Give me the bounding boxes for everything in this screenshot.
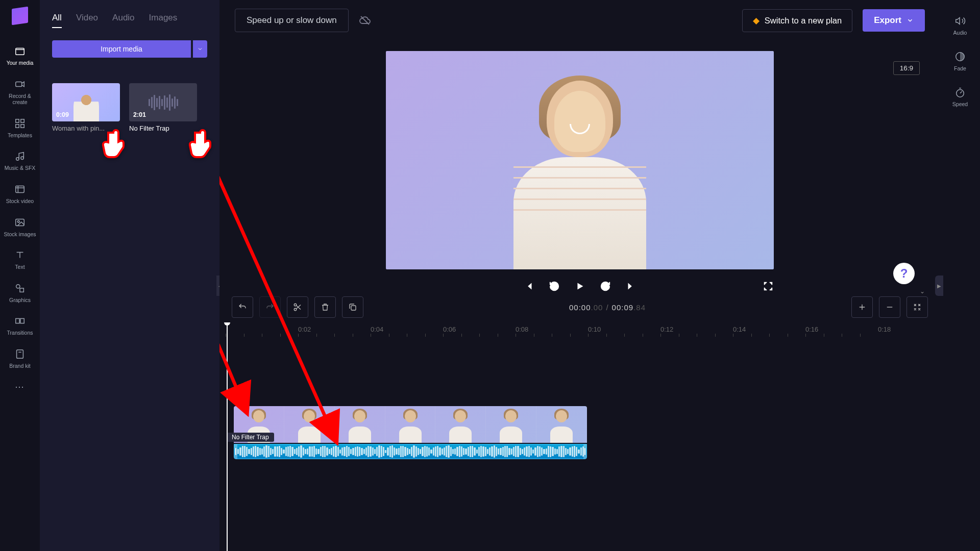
collapse-right-panel-button[interactable]: ▶ [935,276,943,296]
forward-icon[interactable] [600,281,611,292]
switch-plan-label: Switch to a new plan [765,16,842,26]
timeline[interactable]: 0:020:040:060:080:100:120:140:160:18 No … [219,322,940,551]
fullscreen-icon[interactable] [763,281,774,292]
skip-start-icon[interactable] [523,281,534,292]
audio-clip-label: No Filter Trap [227,433,274,442]
app-logo [12,7,28,25]
audio-track-clip[interactable] [234,444,587,459]
nav-templates[interactable]: Templates [0,112,40,145]
zoom-in-button[interactable] [851,296,873,318]
nav-brand-kit[interactable]: Brand kit [0,342,40,375]
playback-controls [386,281,774,292]
video-preview[interactable] [386,51,774,269]
svg-rect-3 [21,119,24,122]
timecode-display: 00:00.00/00:09.84 [370,303,845,312]
svg-rect-18 [351,306,356,310]
video-frame-thumb [335,406,385,443]
skip-end-icon[interactable] [625,281,636,292]
nav-stock-video[interactable]: Stock video [0,178,40,211]
rewind-icon[interactable] [549,281,560,292]
left-sidebar: Your media Record & create Templates Mus… [0,0,40,551]
zoom-out-button[interactable] [879,296,900,318]
export-button[interactable]: Export [863,9,925,32]
media-panel: All Video Audio Images Import media 0:09… [40,0,219,551]
topbar: Speed up or slow down ◆ Switch to a new … [219,0,940,41]
nav-record-create[interactable]: Record & create [0,72,40,112]
rightnav-audio[interactable]: Audio [953,15,967,36]
nav-more[interactable]: ⋯ [0,375,40,399]
fit-button[interactable] [906,296,928,318]
switch-plan-button[interactable]: ◆ Switch to a new plan [742,9,852,32]
tab-video[interactable]: Video [76,13,98,28]
duration-badge: 0:09 [56,111,69,118]
preview-area: 16:9 ? [219,41,940,292]
export-label: Export [874,15,901,26]
ruler-mark: 0:06 [443,325,456,333]
split-button[interactable] [287,296,308,318]
undo-button[interactable] [232,296,253,318]
chevron-down-icon [906,17,914,24]
svg-point-10 [17,220,19,222]
svg-rect-9 [16,219,24,226]
svg-point-16 [294,304,297,306]
svg-rect-1 [16,82,22,86]
media-clip-title: No Filter Trap [129,124,197,132]
nav-transitions[interactable]: Transitions [0,309,40,342]
video-frame-thumb [435,406,486,443]
media-clip-title: Woman with pin... [52,124,120,132]
media-clip-audio[interactable]: 2:01 No Filter Trap [129,83,197,132]
help-button[interactable]: ? [893,263,915,284]
video-thumbnail: 0:09 [52,83,120,121]
svg-rect-5 [21,124,24,128]
nav-stock-images[interactable]: Stock images [0,211,40,244]
svg-rect-14 [20,319,24,323]
playhead[interactable] [227,322,228,551]
svg-point-17 [294,308,297,311]
tab-images[interactable]: Images [149,13,178,28]
ruler-mark: 0:02 [298,325,311,333]
rightnav-speed[interactable]: Speed [952,87,968,107]
nav-text[interactable]: Text [0,243,40,277]
video-track-clip[interactable] [234,406,587,443]
svg-rect-0 [16,48,24,55]
video-frame-thumb [486,406,536,443]
right-sidebar: Audio Fade Speed ▶ [940,0,980,551]
rightnav-fade[interactable]: Fade [954,51,966,71]
import-media-dropdown[interactable] [193,40,207,58]
nav-your-media[interactable]: Your media [0,39,40,72]
timeline-toolbar: ⌄ 00:00.00/00:09.84 [219,292,940,322]
ruler-mark: 0:04 [371,325,383,333]
nav-graphics[interactable]: Graphics [0,277,40,310]
svg-point-6 [16,158,19,161]
video-frame-thumb [536,406,587,443]
aspect-ratio-button[interactable]: 16:9 [893,61,920,75]
svg-rect-15 [17,350,23,359]
svg-rect-4 [16,124,19,128]
ellipsis-icon: ⋯ [15,382,25,393]
video-frame-thumb [385,406,436,443]
cloud-sync-icon [359,14,371,27]
svg-rect-8 [16,186,24,193]
collapse-timeline-icon[interactable]: ⌄ [920,288,925,295]
duration-badge: 2:01 [133,111,146,118]
timeline-ruler[interactable]: 0:020:040:060:080:100:120:140:160:18 [227,322,940,340]
media-grid: 0:09 Woman with pin... 2:01 No Filter Tr… [40,58,219,158]
ruler-mark: 0:12 [660,325,673,333]
redo-button[interactable] [259,296,281,318]
svg-rect-12 [20,288,23,292]
svg-point-22 [957,90,964,97]
ruler-mark: 0:10 [588,325,601,333]
diamond-icon: ◆ [753,16,760,26]
import-media-button[interactable]: Import media [52,40,191,58]
media-clip-video[interactable]: 0:09 Woman with pin... [52,83,120,132]
nav-music-sfx[interactable]: Music & SFX [0,144,40,178]
clip-handle-right[interactable] [583,444,586,459]
tab-audio[interactable]: Audio [112,13,134,28]
play-icon[interactable] [574,281,585,292]
duplicate-button[interactable] [342,296,363,318]
delete-button[interactable] [314,296,336,318]
tab-all[interactable]: All [52,13,62,28]
project-title-input[interactable]: Speed up or slow down [235,9,349,32]
waveform [234,444,586,459]
video-frame-thumb [284,406,335,443]
